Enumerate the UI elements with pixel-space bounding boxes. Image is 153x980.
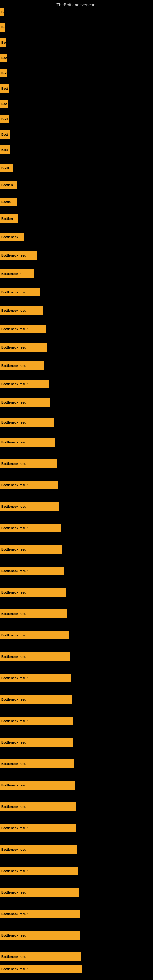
bar-item-15: Bottleneck	[0, 233, 24, 241]
bar-item-34: Bottleneck result	[0, 609, 67, 618]
bar-label-48: Bottleneck result	[1, 912, 29, 916]
bar-label-18: Bottleneck result	[1, 290, 29, 294]
bar-item-42: Bottleneck result	[0, 781, 75, 789]
bar-item-22: Bottleneck resu	[0, 361, 45, 370]
bar-item-31: Bottleneck result	[0, 545, 62, 554]
bar-item-41: Bottleneck result	[0, 759, 74, 768]
bar-label-34: Bottleneck result	[1, 612, 29, 616]
bar-item-16: Bottleneck resu	[0, 251, 37, 260]
bar-label-41: Bottleneck result	[1, 762, 29, 766]
bar-item-29: Bottleneck result	[0, 502, 59, 511]
bar-item-36: Bottleneck result	[0, 652, 70, 661]
bar-item-46: Bottleneck result	[0, 867, 78, 875]
bar-item-17: Bottleneck r	[0, 269, 33, 278]
bar-label-42: Bottleneck result	[1, 783, 29, 787]
bar-item-38: Bottleneck result	[0, 695, 72, 704]
bar-label-12: Bottlen	[1, 183, 13, 187]
bar-label-26: Bottleneck result	[1, 441, 29, 444]
bar-item-49: Bottleneck result	[0, 931, 80, 940]
bar-item-39: Bottleneck result	[0, 717, 73, 725]
bar-item-21: Bottleneck result	[0, 343, 48, 352]
bar-label-28: Bottleneck result	[1, 483, 29, 487]
bar-item-30: Bottleneck result	[0, 524, 61, 532]
bar-item-7: Bot	[0, 100, 8, 108]
bar-label-1: B	[1, 10, 4, 14]
bar-label-3: Bo	[1, 41, 5, 45]
bar-label-32: Bottleneck result	[1, 569, 29, 573]
bar-item-33: Bottleneck result	[0, 588, 66, 597]
bar-label-29: Bottleneck result	[1, 505, 29, 508]
bar-item-1: B	[0, 8, 4, 16]
bar-label-25: Bottleneck result	[1, 420, 29, 424]
bar-label-9: Bott	[1, 133, 8, 136]
bar-label-5: Bot	[1, 72, 7, 75]
bar-label-33: Bottleneck result	[1, 590, 29, 594]
bar-item-12: Bottlen	[0, 181, 17, 189]
bar-item-47: Bottleneck result	[0, 888, 79, 897]
bar-item-13: Bottle	[0, 197, 16, 206]
bar-label-27: Bottleneck result	[1, 462, 29, 466]
bar-item-48: Bottleneck result	[0, 910, 80, 918]
bar-item-24: Bottleneck result	[0, 398, 51, 407]
bar-label-13: Bottle	[1, 200, 11, 204]
bar-label-7: Bot	[1, 102, 7, 106]
bar-item-23: Bottleneck result	[0, 380, 49, 388]
bar-item-9: Bott	[0, 130, 10, 139]
bar-item-40: Bottleneck result	[0, 738, 73, 747]
bar-label-6: Bott	[1, 87, 8, 90]
bar-item-45: Bottleneck result	[0, 845, 77, 854]
bar-item-8: Bott	[0, 115, 9, 123]
bar-item-4: Bot	[0, 54, 7, 62]
bar-label-39: Bottleneck result	[1, 719, 29, 723]
bar-item-28: Bottleneck result	[0, 481, 57, 489]
bar-label-17: Bottleneck r	[1, 272, 21, 275]
bar-item-27: Bottleneck result	[0, 460, 57, 468]
bar-label-30: Bottleneck result	[1, 526, 29, 530]
bar-label-8: Bott	[1, 117, 8, 121]
bar-label-45: Bottleneck result	[1, 848, 29, 851]
bar-item-10: Bott	[0, 145, 10, 154]
bar-label-10: Bott	[1, 148, 8, 151]
bar-item-32: Bottleneck result	[0, 566, 64, 575]
bar-label-4: Bot	[1, 56, 7, 60]
bar-item-50: Bottleneck result	[0, 953, 81, 961]
bar-label-36: Bottleneck result	[1, 655, 29, 659]
bar-label-11: Bottle	[1, 166, 11, 170]
bar-label-16: Bottleneck resu	[1, 254, 27, 257]
bar-item-43: Bottleneck result	[0, 802, 76, 811]
bar-item-5: Bot	[0, 69, 7, 78]
bar-label-23: Bottleneck result	[1, 382, 29, 386]
bar-label-38: Bottleneck result	[1, 698, 29, 701]
bar-label-43: Bottleneck result	[1, 805, 29, 808]
bar-label-49: Bottleneck result	[1, 934, 29, 937]
bar-item-20: Bottleneck result	[0, 325, 46, 333]
bar-label-51: Bottleneck result	[1, 967, 29, 971]
bar-item-3: Bo	[0, 38, 5, 47]
bar-item-26: Bottleneck result	[0, 438, 55, 447]
bar-item-37: Bottleneck result	[0, 674, 71, 682]
bar-label-21: Bottleneck result	[1, 345, 29, 349]
bar-label-20: Bottleneck result	[1, 327, 29, 331]
bar-label-14: Bottlen	[1, 217, 13, 221]
bar-item-25: Bottleneck result	[0, 418, 54, 426]
bar-item-44: Bottleneck result	[0, 824, 76, 832]
bar-item-35: Bottleneck result	[0, 631, 69, 640]
bar-label-46: Bottleneck result	[1, 869, 29, 873]
bar-label-44: Bottleneck result	[1, 826, 29, 830]
bar-label-40: Bottleneck result	[1, 740, 29, 744]
bar-label-22: Bottleneck resu	[1, 364, 27, 368]
bar-label-2: Bo	[1, 25, 5, 29]
bar-item-11: Bottle	[0, 164, 13, 172]
bar-label-31: Bottleneck result	[1, 547, 29, 551]
site-title: TheBottlenecker.com	[0, 0, 153, 10]
bar-label-19: Bottleneck result	[1, 309, 29, 312]
bar-label-47: Bottleneck result	[1, 891, 29, 894]
bar-label-24: Bottleneck result	[1, 401, 29, 404]
bar-label-50: Bottleneck result	[1, 955, 29, 959]
bar-label-35: Bottleneck result	[1, 633, 29, 637]
bar-item-6: Bott	[0, 84, 9, 93]
bar-item-2: Bo	[0, 23, 5, 32]
bar-item-18: Bottleneck result	[0, 288, 40, 296]
bar-item-19: Bottleneck result	[0, 306, 43, 315]
bar-item-14: Bottlen	[0, 215, 18, 223]
